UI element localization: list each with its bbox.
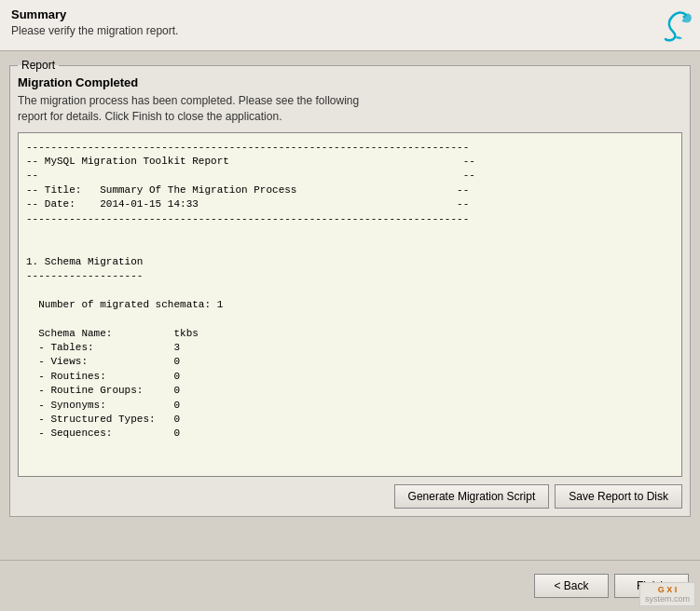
bottom-bar: < Back Finish G X I system.com [0,560,700,611]
report-group: Report Migration Completed The migration… [9,59,691,517]
report-actions: Generate Migration Script Save Report to… [18,484,682,509]
watermark-line2: system.com [645,594,690,604]
generate-migration-script-button[interactable]: Generate Migration Script [394,484,550,509]
save-report-to-disk-button[interactable]: Save Report to Disk [555,484,682,509]
report-textarea[interactable] [19,133,681,476]
header-text: Summary Please verify the migration repo… [11,7,178,37]
report-textarea-wrapper [18,132,682,477]
migration-desc: The migration process has been completed… [18,93,682,125]
dolphin-icon [656,7,693,45]
report-legend: Report [18,59,59,72]
svg-point-0 [682,15,685,18]
header-logo [653,5,695,47]
header-subtitle: Please verify the migration report. [11,24,178,37]
watermark-line1: G X I [658,585,678,594]
header: Summary Please verify the migration repo… [0,0,700,51]
main-content: Report Migration Completed The migration… [0,51,700,560]
migration-title: Migration Completed [18,75,682,89]
watermark: G X I system.com [639,582,695,606]
back-button[interactable]: < Back [534,574,609,598]
header-title: Summary [11,7,178,21]
